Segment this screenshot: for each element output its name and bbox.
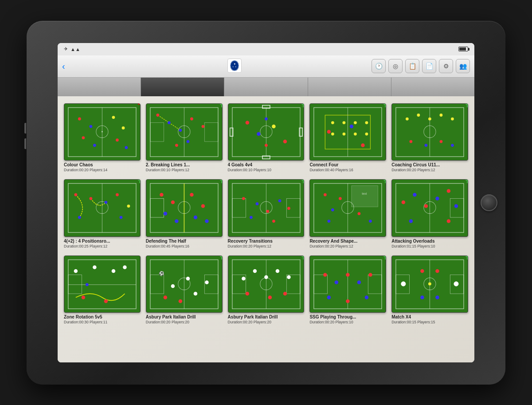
practice-card[interactable]: FREE DOWNLOAD 2. Breaking Lines 1... Dur… (146, 103, 223, 173)
target-icon-button[interactable]: ◎ (388, 59, 403, 73)
svg-point-96 (201, 204, 205, 208)
svg-point-95 (190, 193, 194, 197)
filter-standard[interactable] (308, 78, 391, 96)
practice-card[interactable]: FREE DOWNLOAD Attacking Overloads Durati… (391, 179, 468, 248)
svg-point-51 (343, 121, 346, 124)
svg-point-135 (447, 219, 451, 223)
status-bar: ✈ ▲▲ (58, 43, 474, 55)
card-title: Asbury Park Italian Drill (146, 315, 223, 319)
practice-card[interactable]: ⚽ FREE DOWNLOAD Asbury Park Italian Dril… (146, 256, 223, 325)
svg-point-123 (369, 220, 372, 223)
svg-point-81 (105, 201, 108, 204)
svg-point-141 (74, 269, 78, 273)
card-info: Coaching Circus U11... Duration:00:20 Pl… (391, 162, 468, 172)
card-thumbnail: FREE DOWNLOAD (228, 103, 305, 161)
clipboard-icon-button[interactable]: 📋 (405, 59, 419, 73)
practice-card[interactable]: FREE DOWNLOAD SSG Playing Throug... Dura… (309, 256, 386, 325)
nav-bar: ‹ ⚜ ⚜ ⚜ 🕐 ◎ (58, 55, 474, 78)
filter-category[interactable] (141, 78, 224, 96)
card-thumbnail: FREE DOWNLOAD (309, 103, 386, 161)
history-icon-button[interactable]: 🕐 (372, 59, 386, 73)
practice-card[interactable]: text FREE DOWNLOAD Recovery And Shape...… (309, 179, 386, 248)
svg-point-142 (93, 265, 97, 269)
svg-point-80 (89, 197, 92, 200)
practice-card[interactable]: FREE DOWNLOAD Connect Four Duration:00:4… (309, 103, 386, 173)
card-title: Zone Rotation 5v5 (64, 315, 141, 319)
card-title: Recovery And Shape... (309, 239, 386, 244)
svg-point-70 (410, 140, 413, 143)
card-info: Connect Four Duration:00:40 Players:16 (309, 162, 386, 172)
nav-icons: 🕐 ◎ 📋 📄 ⚙ 👥 (372, 59, 470, 73)
svg-point-196 (420, 295, 424, 299)
practice-card[interactable]: UPDATE Colour Chaos Duration:00:20 Playe… (64, 103, 141, 173)
card-title: SSG Playing Throug... (309, 315, 386, 319)
card-thumbnail: FREE DOWNLOAD (146, 179, 223, 237)
card-meta: Duration:00:20 Players:12 (391, 168, 468, 172)
card-thumbnail: ⚽ FREE DOWNLOAD (146, 256, 223, 313)
svg-point-167 (242, 277, 246, 281)
practice-card[interactable]: FREE DOWNLOAD Asbury Park Italian Drill … (228, 256, 305, 325)
filter-additional[interactable] (391, 78, 474, 96)
card-info: Asbury Park Italian Drill Duration:00:20… (146, 315, 223, 324)
practice-card[interactable]: FREE DOWNLOAD Match X4 Duration:00:15 Pl… (391, 256, 468, 325)
svg-point-187 (365, 295, 369, 299)
svg-point-105 (242, 197, 245, 200)
svg-point-83 (120, 216, 123, 219)
status-right (457, 47, 468, 51)
card-thumbnail: FREE DOWNLOAD (228, 256, 305, 313)
svg-point-132 (435, 197, 439, 201)
svg-point-144 (123, 265, 127, 269)
svg-rect-116 (352, 186, 378, 207)
svg-point-98 (205, 219, 209, 223)
clipboard2-icon-button[interactable]: 📄 (422, 59, 436, 73)
practice-card[interactable]: FREE DOWNLOAD 4 Goals 4v4 Duration:00:10… (228, 103, 305, 173)
volume-down-button[interactable] (24, 138, 26, 149)
svg-point-197 (435, 269, 439, 273)
svg-point-169 (264, 275, 268, 279)
practice-card[interactable]: FREE DOWNLOAD Recovery Transitions Durat… (228, 179, 305, 248)
svg-point-158 (205, 280, 209, 284)
practice-card[interactable]: FREE DOWNLOAD Coaching Circus U11... Dur… (391, 103, 468, 173)
card-meta: Duration:00:30 Players:11 (64, 320, 141, 324)
card-title: Defending The Half (146, 239, 223, 244)
svg-point-57 (365, 132, 368, 135)
svg-text:⚜ ⚜: ⚜ ⚜ (232, 66, 236, 68)
practice-card[interactable]: Zone Rotation 5v5 Duration:00:30 Players… (64, 256, 141, 325)
svg-point-122 (358, 212, 361, 215)
card-meta: Duration:00:20 Players:14 (64, 168, 141, 172)
card-info: Asbury Park Italian Drill Duration:00:20… (228, 315, 305, 324)
svg-point-97 (193, 216, 197, 220)
svg-point-180 (323, 273, 327, 277)
svg-point-71 (425, 144, 428, 147)
svg-point-184 (369, 273, 373, 277)
svg-point-183 (357, 280, 361, 284)
svg-point-194 (401, 282, 406, 286)
card-info: Attacking Overloads Duration:01:15 Playe… (391, 239, 468, 248)
home-button[interactable] (481, 194, 497, 211)
practices-grid: UPDATE Colour Chaos Duration:00:20 Playe… (64, 103, 468, 325)
svg-point-131 (424, 204, 428, 208)
svg-point-159 (163, 295, 167, 299)
svg-point-119 (331, 208, 334, 212)
filter-duration[interactable] (224, 78, 308, 96)
svg-point-72 (440, 140, 443, 143)
svg-point-155 (171, 284, 175, 288)
svg-point-186 (346, 299, 350, 303)
volume-up-button[interactable] (24, 123, 26, 134)
practice-card[interactable]: FREE DOWNLOAD Defending The Half Duratio… (146, 179, 223, 248)
svg-point-9 (102, 131, 103, 132)
svg-point-108 (278, 199, 281, 202)
svg-point-198 (435, 295, 439, 299)
svg-point-143 (112, 269, 116, 273)
svg-point-59 (350, 124, 354, 128)
svg-point-28 (190, 117, 193, 120)
svg-point-58 (327, 130, 331, 134)
svg-point-146 (104, 299, 108, 303)
svg-point-54 (331, 132, 334, 135)
users-icon-button[interactable]: 👥 (456, 59, 470, 73)
card-title: Connect Four (309, 162, 386, 167)
svg-point-136 (409, 219, 413, 223)
settings-icon-button[interactable]: ⚙ (439, 59, 453, 73)
practice-card[interactable]: FREE DOWNLOAD 4(+2) : 4 Positionsro... D… (64, 179, 141, 248)
back-button[interactable]: ‹ (62, 62, 98, 71)
